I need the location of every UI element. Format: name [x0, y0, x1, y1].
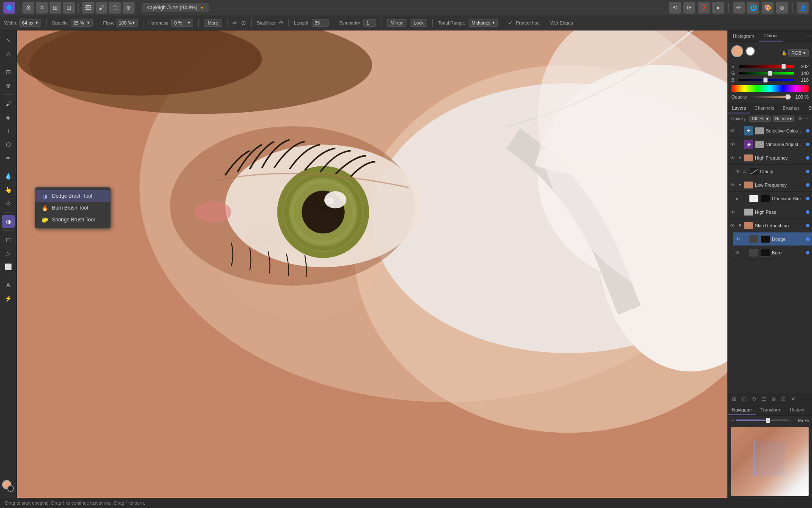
vis-icon-hf[interactable]: 👁	[730, 155, 736, 160]
crop-tool-btn[interactable]: ⊡	[2, 66, 15, 78]
layer-low-frequency[interactable]: 👁 ▼ Low Frequency	[728, 178, 812, 192]
vis-icon-vibrance[interactable]: 👁	[730, 142, 736, 147]
view-icon[interactable]: ⊟	[63, 2, 75, 14]
expand-icon-lf[interactable]: ▼	[738, 182, 742, 187]
expand-icon-hf[interactable]: ▼	[738, 155, 742, 160]
rect-select-btn[interactable]: ⬜	[2, 260, 15, 273]
redo-icon[interactable]: ⟳	[683, 2, 695, 14]
layer-burn[interactable]: 👁 Burn	[733, 246, 812, 260]
canvas-area[interactable]: ◑ Dodge Brush Tool 🔥 Burn Brush Tool 🧽 S…	[17, 30, 727, 498]
settings-icon[interactable]: ⚙	[798, 116, 802, 121]
layers-opacity-input[interactable]: 100 % ▾	[749, 116, 771, 122]
blend-mode-select[interactable]: Normal ▾	[773, 116, 794, 122]
navigator-tab[interactable]: Navigator	[728, 405, 756, 415]
undo-icon[interactable]: ⟲	[669, 2, 681, 14]
more-icon[interactable]: ⋯	[804, 116, 809, 121]
app-logo[interactable]: 🔷	[3, 2, 15, 14]
secondary-colour-swatch[interactable]	[746, 47, 755, 56]
layer-skin-retouching[interactable]: 👁 ▼ Skin Retouching	[728, 219, 812, 232]
flow-input[interactable]: 100 % ▾	[116, 19, 138, 27]
symmetry-input[interactable]: 1	[363, 19, 376, 27]
fill-tool-btn[interactable]: ◈	[2, 111, 15, 124]
g-slider[interactable]	[739, 72, 794, 75]
footer-duplicate[interactable]: ⊡	[779, 395, 787, 403]
file-icon[interactable]: 🖼	[82, 2, 94, 14]
layers-tab[interactable]: Layers	[728, 103, 750, 113]
vis-icon-gauss[interactable]: ●	[735, 196, 741, 201]
channels-tab[interactable]: Channels	[750, 103, 778, 113]
colour-tab[interactable]: Colour	[759, 30, 783, 41]
layer-gaussian-blur[interactable]: ● Gaussian Blur	[733, 192, 812, 205]
move-tool-btn[interactable]: ↖	[2, 34, 15, 47]
vis-icon-sr[interactable]: 👁	[730, 223, 736, 228]
popup-item-dodge[interactable]: ◑ Dodge Brush Tool	[35, 190, 110, 202]
length-input[interactable]: 35	[312, 19, 329, 27]
background-color-swatch[interactable]	[7, 485, 14, 492]
help-icon[interactable]: ❓	[698, 2, 710, 14]
vis-icon-dodge[interactable]: 👁	[735, 237, 741, 242]
colour-spectrum[interactable]	[731, 85, 809, 92]
transform-tab[interactable]: Transform	[756, 405, 786, 415]
footer-delete[interactable]: ✕	[789, 395, 797, 403]
popup-item-burn[interactable]: 🔥 Burn Brush Tool	[35, 202, 110, 214]
footer-adjustment[interactable]: ⟲	[750, 395, 758, 403]
navigator-preview[interactable]	[731, 427, 809, 496]
footer-mask[interactable]: ☰	[760, 395, 768, 403]
blur-tool-btn[interactable]: 💧	[2, 170, 15, 182]
stock-tab[interactable]: Stock	[804, 103, 812, 113]
more-button[interactable]: More	[204, 19, 222, 27]
persona4-icon[interactable]: ⊕	[776, 2, 788, 14]
zoom-slider[interactable]	[736, 420, 789, 421]
popup-item-sponge[interactable]: 🧽 Sponge Brush Tool	[35, 214, 110, 226]
mirror-button[interactable]: Mirror	[387, 19, 406, 27]
layer-clarity[interactable]: 👁 ⚠ Clarity	[733, 165, 812, 178]
layer-high-pass[interactable]: 👁 High Pass	[728, 205, 812, 219]
zoom-out-btn[interactable]: −	[731, 417, 734, 423]
smudge-tool-btn[interactable]: 👆	[2, 183, 15, 196]
r-slider[interactable]	[739, 65, 794, 68]
b-slider[interactable]	[739, 79, 794, 81]
hardness-input[interactable]: 0 % ▾	[171, 19, 193, 27]
text-tool-btn[interactable]: T	[2, 124, 15, 137]
colour-mode-select[interactable]: RGB ▾	[788, 49, 809, 57]
erase-tool-btn[interactable]: ◻	[2, 233, 15, 246]
record-icon[interactable]: ●	[712, 2, 724, 14]
pen-tool-btn[interactable]: ✒	[2, 152, 15, 164]
footer-add-shape[interactable]: ⬡	[740, 395, 748, 403]
vis-icon[interactable]: 👁	[730, 128, 736, 133]
grid-icon[interactable]: ≡	[36, 2, 48, 14]
panel-expand-btn[interactable]: ≡	[804, 31, 812, 41]
histogram-tab[interactable]: Histogram	[728, 31, 759, 41]
paint-brush-btn[interactable]: 🖌	[2, 97, 15, 110]
tonal-range-select[interactable]: Midtones ▾	[469, 19, 498, 27]
dodge-burn-tool-btn[interactable]: ◑	[2, 215, 15, 228]
vis-icon-lf[interactable]: 👁	[730, 182, 736, 188]
vis-icon-burn[interactable]: 👁	[735, 250, 741, 255]
layer-high-frequency[interactable]: 👁 ▼ High Frequency	[728, 151, 812, 165]
footer-group[interactable]: ⊕	[770, 395, 778, 403]
tool-popup-menu[interactable]: ◑ Dodge Brush Tool 🔥 Burn Brush Tool 🧽 S…	[35, 187, 111, 229]
layer-dodge[interactable]: 👁 Dodge	[733, 232, 812, 246]
layer-selective-colour[interactable]: 👁 ✦ Selective Colour Adjustme...	[728, 124, 812, 138]
macro-tool-btn[interactable]: ⚡	[2, 292, 15, 305]
lock-button[interactable]: Lock	[410, 19, 427, 27]
clone-tool-btn[interactable]: ⊙	[2, 197, 15, 210]
vis-icon-clarity[interactable]: 👁	[735, 169, 741, 174]
vis-icon-hp[interactable]: 👁	[730, 210, 736, 215]
document-title-bar[interactable]: Kayleigh June (94.8%) ★	[142, 3, 208, 12]
expand-icon-sr[interactable]: ▼	[738, 223, 742, 228]
persona2-icon[interactable]: 🌐	[747, 2, 759, 14]
footer-add-pixel[interactable]: ⊞	[730, 395, 738, 403]
persona1-icon[interactable]: ✏	[733, 2, 745, 14]
layer-vibrance[interactable]: 👁 ◈ Vibrance Adjustment	[728, 138, 812, 151]
brushes-tab[interactable]: Brushes	[779, 103, 804, 113]
shape-tool-btn[interactable]: ⬡	[2, 138, 15, 151]
account-icon[interactable]: 👤	[797, 2, 809, 14]
type-tool-btn[interactable]: A	[2, 279, 15, 291]
selection-tool-btn[interactable]: ▷	[2, 247, 15, 260]
transform-tool-btn[interactable]: ⊕	[2, 79, 15, 92]
select-icon[interactable]: ⊕	[123, 2, 134, 14]
layout-icon[interactable]: ⊞	[49, 2, 61, 14]
node-tool-btn[interactable]: ◇	[2, 47, 15, 60]
opacity-slider[interactable]	[752, 96, 791, 98]
